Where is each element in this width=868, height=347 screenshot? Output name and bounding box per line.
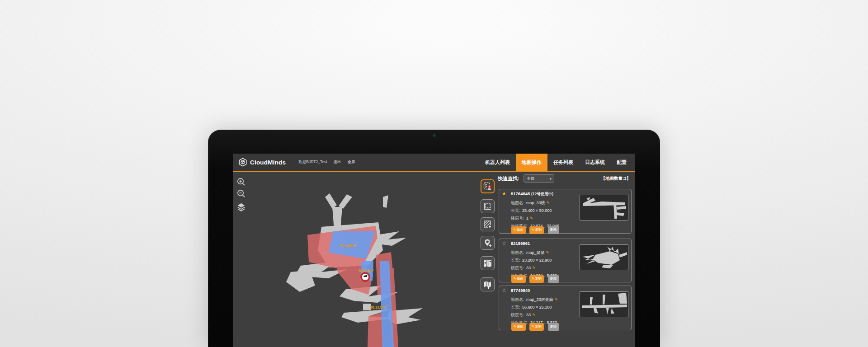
delete-map-button[interactable]: 删除 (548, 226, 559, 234)
map-controls (236, 177, 246, 211)
app-header: CloudMinds 欢迎BJDT2_Test 退出 全屏 机器人列表 地图操作… (233, 154, 635, 172)
add-point-button[interactable] (481, 236, 495, 250)
field-label: 地图名: (511, 250, 524, 255)
edit-pencil-icon[interactable]: ✎ (546, 250, 549, 255)
map-thumbnail[interactable] (580, 195, 628, 220)
zoom-in-icon[interactable] (236, 177, 246, 187)
task-point-list-button[interactable] (481, 179, 495, 193)
map-name: map_腿腿 (526, 250, 545, 255)
map-marker-icon (483, 258, 492, 268)
map-id: 82186961 (511, 241, 530, 246)
fullscreen-link[interactable]: 全屏 (348, 159, 355, 165)
field-label: 楼层号: (511, 216, 524, 220)
map-status: (12号使用中) (531, 192, 553, 196)
edit-map-button[interactable]: ✎修改 (511, 226, 526, 234)
map-name: map_33层走廊 (526, 297, 553, 302)
map-card: ★ 51764845 (12号使用中) 地图名: map_33楼✎ 长宽: 25… (499, 189, 632, 234)
edit-map-button[interactable]: ✎修改 (511, 275, 526, 283)
map-thumbnail[interactable] (580, 291, 628, 317)
cloudminds-cube-icon (238, 158, 247, 167)
map-card-title: 87749840 (511, 288, 530, 293)
nav-task-list[interactable]: 任务列表 (547, 154, 579, 171)
copy-map-button[interactable]: ✎复制 (529, 226, 544, 234)
edit-pencil-icon[interactable]: ✎ (530, 216, 533, 220)
pencil-icon: ✎ (514, 228, 516, 231)
map-thumbnail[interactable] (580, 244, 628, 270)
map-count-badge: 【地图数量:3】 (601, 176, 631, 182)
add-region-button[interactable] (481, 217, 495, 231)
favorite-star-icon[interactable]: ☆ (502, 287, 506, 293)
nav-settings[interactable]: 配置 (611, 154, 632, 171)
welcome-area: 欢迎BJDT2_Test 退出 全屏 (298, 159, 355, 165)
zoom-out-icon[interactable] (236, 189, 246, 198)
map-name: map_33楼 (526, 201, 545, 205)
map-card-title: 51764845 (12号使用中) (511, 191, 553, 197)
upload-map-button[interactable] (481, 277, 495, 291)
pencil-icon: ✎ (532, 277, 534, 280)
area-label-1: 40.519m² (340, 243, 358, 248)
brand-name: CloudMinds (250, 159, 286, 166)
map-marker-button[interactable] (481, 256, 495, 270)
measure-area-button[interactable] (481, 199, 495, 213)
map-floor: 33 (526, 266, 531, 270)
field-label: 长宽: (511, 258, 520, 263)
quick-find-row: 快速查找: 全部 ▾ 【地图数量:3】 (494, 174, 632, 184)
main-nav: 机器人列表 地图操作 任务列表 日志系统 配置 (479, 154, 632, 171)
add-region-icon (483, 220, 492, 229)
laptop-frame: 40.519m² 8.614m² 80.215m² (208, 130, 660, 347)
delete-map-button[interactable]: 删除 (548, 275, 559, 283)
map-id: 51764845 (511, 191, 530, 196)
layers-icon[interactable] (236, 202, 246, 211)
map-size: 56.600 × 25.100 (522, 305, 552, 309)
app-screen: 40.519m² 8.614m² 80.215m² (233, 154, 635, 347)
map-size: 23.200 × 22.900 (522, 258, 552, 263)
map-floor: 33 (526, 313, 531, 317)
copy-map-button[interactable]: ✎复制 (529, 275, 544, 283)
nav-map-operations[interactable]: 地图操作 (516, 154, 547, 171)
field-label: 地图名: (511, 297, 524, 302)
edit-map-button[interactable]: ✎修改 (511, 323, 526, 331)
webcam-dot (433, 134, 435, 136)
edit-pencil-icon[interactable]: ✎ (532, 266, 536, 270)
pencil-icon: ✎ (514, 277, 516, 280)
welcome-text: 欢迎BJDT2_Test (298, 159, 327, 165)
logout-link[interactable]: 退出 (334, 159, 341, 165)
field-label: 长宽: (511, 305, 520, 309)
map-id: 87749840 (511, 288, 530, 293)
favorite-star-icon[interactable]: ★ (502, 191, 506, 197)
field-label: 楼层号: (511, 266, 524, 270)
pencil-icon: ✎ (514, 325, 516, 328)
brand-logo: CloudMinds (238, 158, 286, 167)
pencil-icon: ✎ (532, 325, 534, 328)
nav-robot-list[interactable]: 机器人列表 (479, 154, 516, 171)
copy-map-button[interactable]: ✎复制 (529, 323, 544, 331)
map-card-title: 82186961 (511, 241, 530, 246)
map-filter-select[interactable]: 全部 ▾ (524, 174, 554, 183)
map-card: ☆ 82186961 地图名: map_腿腿✎ 长宽: 23.200 × 22.… (499, 239, 632, 282)
chevron-down-icon: ▾ (549, 175, 552, 183)
task-point-list-icon (483, 182, 492, 191)
map-floor: 1 (526, 216, 528, 220)
delete-map-button[interactable]: 删除 (548, 323, 559, 331)
field-label: 地图名: (511, 201, 524, 205)
pencil-icon: ✎ (532, 228, 534, 231)
upload-map-icon (483, 280, 492, 289)
measure-area-icon (483, 202, 492, 211)
area-label-3: 80.215m² (370, 305, 387, 309)
edit-pencil-icon[interactable]: ✎ (555, 297, 558, 302)
map-card: ☆ 87749840 地图名: map_33层走廊✎ 长宽: 56.600 × … (499, 286, 632, 330)
field-label: 楼层号: (511, 313, 524, 317)
map-filter-value: 全部 (527, 176, 534, 181)
quick-find-label: 快速查找: (498, 175, 519, 182)
edit-pencil-icon[interactable]: ✎ (532, 313, 536, 317)
edit-pencil-icon[interactable]: ✎ (547, 201, 550, 205)
map-size: 25.400 × 50.000 (522, 208, 552, 213)
favorite-star-icon[interactable]: ☆ (502, 240, 506, 246)
nav-log-system[interactable]: 日志系统 (579, 154, 611, 171)
add-point-icon (483, 238, 492, 248)
field-label: 长宽: (511, 208, 520, 213)
